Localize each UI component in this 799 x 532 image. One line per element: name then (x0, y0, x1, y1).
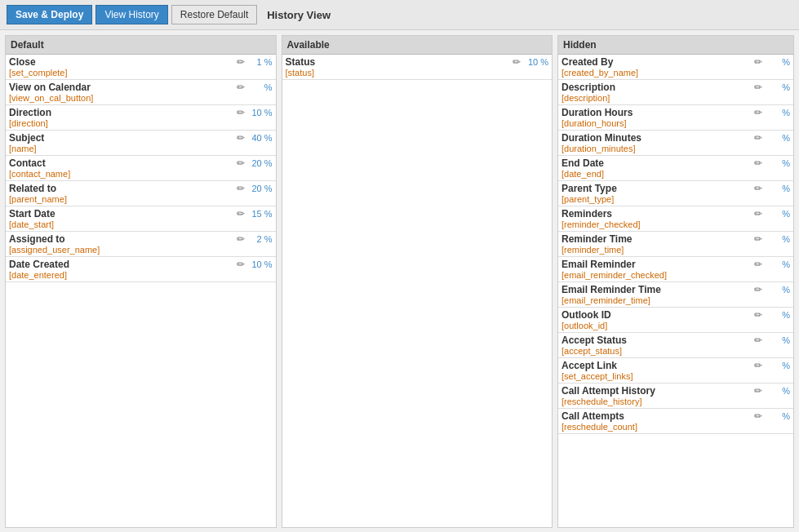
field-key: [email_reminder_checked] (562, 270, 790, 280)
edit-icon[interactable]: ✏ (237, 107, 245, 118)
field-percent: % (766, 361, 790, 370)
edit-icon[interactable]: ✏ (513, 56, 521, 68)
field-key: [direction] (9, 118, 273, 128)
field-key: [created_by_name] (562, 68, 790, 78)
hidden-panel-body: Created By✏%[created_by_name]Description… (558, 55, 793, 527)
edit-icon[interactable]: ✏ (754, 82, 762, 93)
field-label: Accept Status (562, 335, 627, 346)
field-percent: % (766, 57, 790, 67)
field-key: [reminder_checked] (562, 219, 790, 229)
edit-icon[interactable]: ✏ (754, 360, 762, 371)
edit-icon[interactable]: ✏ (754, 183, 762, 194)
edit-icon[interactable]: ✏ (237, 208, 245, 219)
edit-icon[interactable]: ✏ (237, 233, 245, 245)
edit-icon[interactable]: ✏ (754, 132, 762, 144)
field-label: Contact (9, 157, 46, 169)
edit-icon[interactable]: ✏ (237, 259, 245, 270)
field-label: Reminder Time (562, 233, 632, 245)
history-view-label: History View (267, 9, 331, 21)
field-percent: % (766, 108, 790, 117)
field-label: Reminders (562, 208, 612, 219)
edit-icon[interactable]: ✏ (237, 82, 245, 93)
field-label: Accept Link (562, 360, 617, 371)
field-percent: 15 % (248, 209, 273, 219)
field-label: Duration Hours (562, 107, 633, 118)
list-item: Call Attempt History✏%[reschedule_histor… (558, 383, 793, 409)
edit-icon[interactable]: ✏ (754, 233, 762, 245)
edit-icon[interactable]: ✏ (237, 132, 245, 144)
field-percent: % (766, 310, 790, 320)
list-item: Assigned to✏2 %[assigned_user_name] (6, 232, 276, 257)
list-item: Email Reminder✏%[email_reminder_checked] (558, 257, 793, 282)
view-history-button[interactable]: View History (95, 5, 167, 24)
field-percent: % (766, 234, 790, 244)
default-panel-header: Default (6, 36, 276, 55)
default-panel: Default Close✏1 %[set_complete]View on C… (5, 35, 277, 528)
field-key: [reschedule_history] (562, 397, 790, 406)
edit-icon[interactable]: ✏ (237, 183, 245, 194)
field-label: Description (562, 82, 615, 93)
field-key: [assigned_user_name] (9, 245, 273, 255)
field-percent: % (766, 158, 790, 168)
field-percent: 1 % (248, 57, 273, 67)
edit-icon[interactable]: ✏ (754, 284, 762, 295)
edit-icon[interactable]: ✏ (754, 410, 762, 422)
field-key: [accept_status] (562, 346, 790, 356)
edit-icon[interactable]: ✏ (754, 56, 762, 68)
save-deploy-button[interactable]: Save & Deploy (7, 5, 92, 24)
field-label: Assigned to (9, 233, 65, 245)
field-label: Close (9, 56, 36, 68)
edit-icon[interactable]: ✏ (237, 56, 245, 68)
field-label: Parent Type (562, 183, 617, 194)
field-key: [set_complete] (9, 68, 273, 78)
list-item: Reminder Time✏%[reminder_time] (558, 232, 793, 257)
field-key: [status] (286, 68, 549, 78)
field-key: [set_accept_links] (562, 371, 790, 381)
field-key: [view_on_cal_button] (9, 93, 273, 103)
field-key: [parent_type] (562, 194, 790, 204)
list-item: Date Created✏10 %[date_entered] (6, 257, 276, 282)
field-label: Outlook ID (562, 309, 611, 321)
list-item: Accept Link✏%[set_accept_links] (558, 358, 793, 383)
field-key: [reminder_time] (562, 245, 790, 255)
field-key: [name] (9, 144, 273, 153)
field-percent: % (766, 259, 790, 269)
list-item: Created By✏%[created_by_name] (558, 55, 793, 80)
edit-icon[interactable]: ✏ (754, 335, 762, 346)
list-item: End Date✏%[date_end] (558, 156, 793, 181)
edit-icon[interactable]: ✏ (754, 157, 762, 169)
available-panel-body: Status✏10 %[status] (282, 55, 553, 527)
edit-icon[interactable]: ✏ (237, 157, 245, 169)
edit-icon[interactable]: ✏ (754, 259, 762, 270)
field-percent: % (766, 184, 790, 193)
field-label: View on Calendar (9, 82, 91, 93)
list-item: Subject✏40 %[name] (6, 131, 276, 156)
field-label: Duration Minutes (562, 132, 641, 144)
main-content: Default Close✏1 %[set_complete]View on C… (0, 30, 799, 532)
edit-icon[interactable]: ✏ (754, 208, 762, 219)
edit-icon[interactable]: ✏ (754, 385, 762, 397)
field-percent: 20 % (248, 184, 273, 193)
list-item: Start Date✏15 %[date_start] (6, 206, 276, 232)
field-percent: 20 % (248, 158, 273, 168)
list-item: Related to✏20 %[parent_name] (6, 181, 276, 206)
list-item: View on Calendar✏%[view_on_cal_button] (6, 80, 276, 105)
edit-icon[interactable]: ✏ (754, 309, 762, 321)
field-label: Call Attempts (562, 410, 624, 422)
field-percent: % (766, 411, 790, 421)
field-percent: 10 % (248, 259, 273, 269)
field-label: Start Date (9, 208, 55, 219)
field-label: Email Reminder Time (562, 284, 661, 295)
field-percent: 10 % (248, 108, 273, 117)
field-label: Direction (9, 107, 51, 118)
list-item: Duration Minutes✏%[duration_minutes] (558, 131, 793, 156)
field-key: [description] (562, 93, 790, 103)
edit-icon[interactable]: ✏ (754, 107, 762, 118)
field-percent: % (766, 285, 790, 295)
restore-default-button[interactable]: Restore Default (171, 5, 257, 24)
field-label: Call Attempt History (562, 385, 655, 397)
field-label: Created By (562, 56, 613, 68)
list-item: Close✏1 %[set_complete] (6, 55, 276, 80)
field-label: End Date (562, 157, 604, 169)
top-bar: Save & Deploy View History Restore Defau… (0, 0, 799, 30)
